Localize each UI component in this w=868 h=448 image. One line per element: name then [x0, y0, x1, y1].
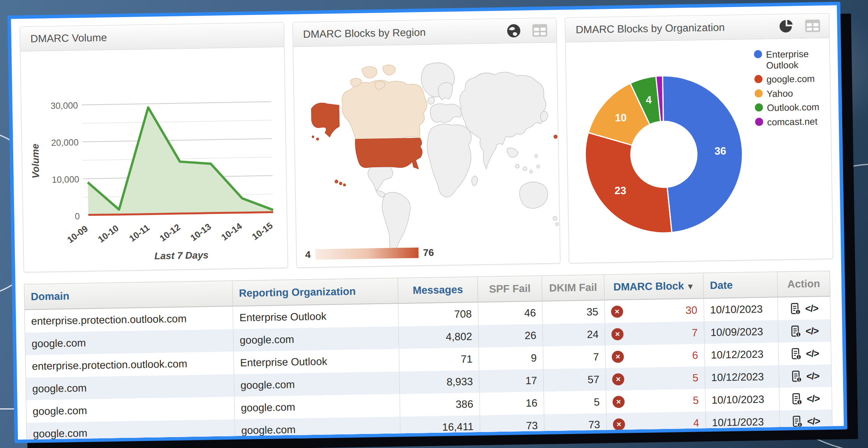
svg-text:0: 0 — [75, 211, 80, 221]
block-count: 6 — [692, 349, 698, 361]
svg-text:36: 36 — [715, 145, 727, 157]
svg-text:10-13: 10-13 — [188, 221, 213, 243]
cell-action: </> — [779, 387, 832, 410]
report-icon[interactable] — [792, 415, 803, 427]
block-x-icon: ✕ — [612, 373, 624, 385]
block-x-icon: ✕ — [611, 305, 624, 318]
cell-reporting-organization: google.com — [234, 394, 400, 419]
cell-dkim-fail: 24 — [543, 323, 605, 346]
cell-action: </> — [778, 319, 831, 343]
column-header-messages[interactable]: Messages — [398, 276, 478, 303]
column-header-dmarc_block[interactable]: DMARC Block ▼ — [604, 273, 704, 300]
code-icon[interactable]: </> — [806, 371, 819, 382]
cell-reporting-organization: google.com — [234, 371, 400, 397]
report-icon[interactable] — [791, 393, 802, 405]
cell-date: 10/10/2023 — [705, 388, 780, 411]
report-icon[interactable] — [790, 303, 801, 315]
table-view-icon[interactable] — [532, 24, 548, 37]
svg-text:Last 7 Days: Last 7 Days — [154, 249, 209, 261]
cell-messages: 16,411 — [400, 415, 480, 439]
cell-dmarc-block: ✕7 — [605, 321, 704, 345]
code-icon[interactable]: </> — [806, 348, 819, 360]
cell-dkim-fail: 7 — [543, 345, 606, 369]
column-header-domain[interactable]: Domain — [24, 281, 233, 310]
legend-item: Outlook.com — [755, 102, 824, 114]
legend-item: comcast.net — [755, 116, 824, 128]
legend-swatch — [754, 50, 762, 58]
volume-area-chart: 010,00020,00030,00010-0910-1010-1110-121… — [21, 47, 288, 272]
cell-action: </> — [780, 410, 833, 433]
column-header-spf_fail[interactable]: SPF Fail — [478, 276, 542, 302]
cell-dmarc-block: ✕5 — [606, 389, 705, 413]
cell-dmarc-block: ✕30 — [604, 299, 704, 323]
cell-action: </> — [778, 342, 831, 365]
cell-action: </> — [778, 296, 831, 320]
pie-slice — [585, 131, 672, 234]
block-count: 30 — [685, 304, 698, 316]
code-icon[interactable]: </> — [807, 416, 820, 427]
region-map-area: 4 76 — [293, 42, 560, 267]
cell-domain: google.com — [25, 329, 234, 355]
cell-action: </> — [779, 364, 832, 388]
svg-text:23: 23 — [615, 185, 627, 196]
column-header-reporting_organization[interactable]: Reporting Organization — [232, 278, 398, 306]
map-color-scale: 4 76 — [305, 247, 434, 260]
scale-max-label: 76 — [423, 247, 434, 258]
volume-chart-area: 010,00020,00030,00010-0910-1010-1110-121… — [21, 47, 288, 272]
block-x-icon: ✕ — [612, 350, 624, 363]
globe-icon[interactable] — [506, 23, 522, 38]
legend-label: Enterprise Outlook — [766, 48, 824, 71]
block-x-icon: ✕ — [611, 328, 624, 340]
cell-domain: google.com — [26, 419, 235, 443]
panel-header: DMARC Volume — [20, 23, 284, 51]
legend-label: comcast.net — [767, 116, 818, 128]
cell-date: 10/12/2023 — [705, 365, 779, 389]
organization-chart-area: 3623104 Enterprise Outlookgoogle.comYaho… — [566, 38, 833, 263]
svg-text:4: 4 — [646, 94, 652, 106]
cell-messages: 4,802 — [399, 325, 479, 349]
column-header-action[interactable]: Action — [777, 271, 830, 297]
cell-spf-fail: 26 — [478, 324, 543, 348]
cell-domain: enterprise.protection.outlook.com — [25, 352, 234, 378]
cell-dmarc-block: ✕6 — [605, 344, 705, 368]
legend-label: google.com — [766, 74, 815, 85]
legend-swatch — [754, 89, 763, 97]
cell-spf-fail: 46 — [478, 301, 543, 325]
cell-date: 10/10/2023 — [704, 297, 778, 321]
code-icon[interactable]: </> — [805, 326, 819, 337]
table-view-icon[interactable] — [805, 19, 821, 33]
report-icon[interactable] — [791, 370, 802, 382]
charts-row: DMARC Volume 010,00020,00030,00010-0910-… — [20, 13, 833, 272]
cell-reporting-organization: Enterprise Outlook — [234, 349, 399, 374]
panel-title: DMARC Volume — [30, 32, 107, 45]
cell-spf-fail: 16 — [480, 392, 544, 415]
svg-text:10-10: 10-10 — [96, 223, 121, 245]
column-header-dkim_fail[interactable]: DKIM Fail — [542, 275, 604, 301]
svg-text:Volume: Volume — [30, 144, 41, 178]
report-icon[interactable] — [791, 348, 801, 360]
svg-text:20,000: 20,000 — [51, 137, 79, 148]
report-icon[interactable] — [790, 325, 801, 337]
svg-text:10,000: 10,000 — [52, 174, 79, 185]
cell-messages: 71 — [399, 348, 479, 371]
cell-dmarc-block: ✕4 — [606, 411, 706, 436]
cell-dmarc-block: ✕5 — [606, 366, 705, 390]
code-icon[interactable]: </> — [805, 303, 818, 315]
donut-legend: Enterprise Outlookgoogle.comYahooOutlook… — [754, 48, 824, 128]
world-map — [293, 42, 560, 267]
cell-dkim-fail: 35 — [542, 300, 605, 324]
svg-text:10-15: 10-15 — [250, 220, 275, 242]
panel-dmarc-region: DMARC Blocks by Region — [292, 18, 561, 268]
block-count: 5 — [693, 394, 699, 406]
panel-dmarc-volume: DMARC Volume 010,00020,00030,00010-0910-… — [20, 22, 288, 272]
sort-desc-icon: ▼ — [684, 282, 694, 290]
panel-title: DMARC Blocks by Region — [303, 26, 426, 40]
legend-item: Enterprise Outlook — [754, 48, 824, 71]
cell-domain: google.com — [26, 397, 235, 423]
scale-min-label: 4 — [305, 249, 311, 260]
code-icon[interactable]: </> — [807, 393, 820, 405]
column-header-date[interactable]: Date — [703, 272, 778, 299]
legend-swatch — [755, 118, 763, 126]
legend-swatch — [754, 75, 763, 83]
pie-chart-icon[interactable] — [779, 19, 794, 34]
